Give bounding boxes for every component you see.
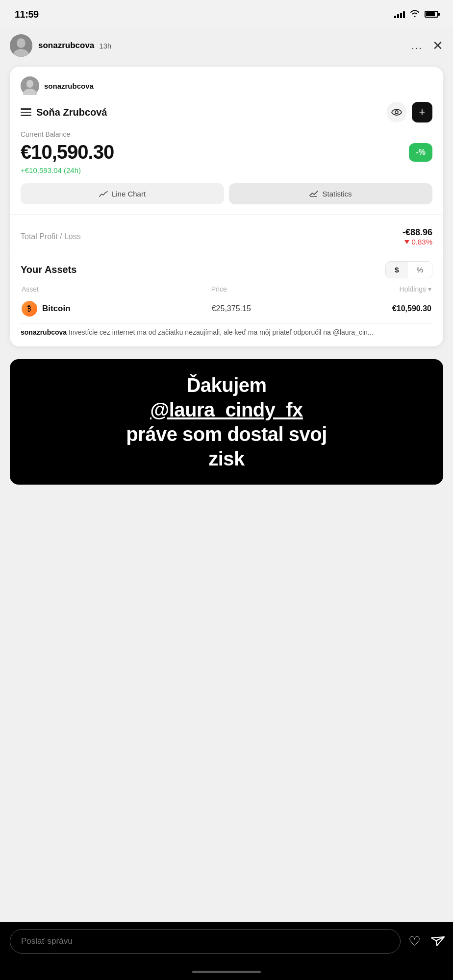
asset-row: ₿ Bitcoin €25,375.15 €10,590.30 — [21, 298, 432, 319]
send-button[interactable] — [427, 931, 446, 952]
down-arrow-icon — [404, 240, 409, 244]
asset-holdings: €10,590.30 — [392, 304, 431, 313]
statistics-button[interactable]: Statistics — [229, 183, 432, 204]
percent-toggle-button[interactable]: -% — [409, 143, 432, 162]
col-price-label: Price — [211, 285, 227, 293]
battery-icon — [425, 11, 438, 18]
profile-name-row: Soňa Zrubcová — [21, 107, 107, 118]
profit-amount: -€88.96 — [403, 227, 432, 238]
balance-label: Current Balance — [21, 130, 432, 138]
svg-point-6 — [395, 111, 398, 114]
status-time: 11:59 — [15, 9, 39, 20]
eye-button[interactable] — [386, 102, 407, 122]
story-avatar-image — [10, 34, 32, 57]
divider1 — [10, 214, 443, 215]
col-holdings-label: Holdings ▾ — [400, 285, 431, 293]
bottom-icons: ♡ — [408, 933, 443, 950]
wifi-icon — [410, 9, 420, 19]
home-indicator — [0, 963, 453, 980]
profile-row: Soňa Zrubcová + — [21, 102, 432, 122]
home-bar — [192, 971, 261, 973]
card-avatar — [21, 76, 39, 95]
card-header: sonazrubcova — [21, 76, 432, 95]
overlay-mention[interactable]: @laura_cindy_fx — [150, 399, 303, 420]
profile-icons: + — [386, 102, 432, 122]
story-avatar — [10, 34, 32, 57]
story-username: sonazrubcova — [38, 41, 94, 50]
overlay-text: Ďakujem @laura_cindy_fx práve som dostal… — [25, 373, 428, 471]
add-button[interactable]: + — [412, 102, 432, 122]
profit-row: Total Profit / Loss -€88.96 0.83% — [21, 222, 432, 254]
asset-table-header: Asset Price Holdings ▾ — [21, 285, 432, 293]
assets-header: Your Assets $ % — [21, 261, 432, 278]
asset-price: €25,375.15 — [212, 304, 251, 313]
story-user-info: sonazrubcova 13h — [38, 41, 405, 50]
like-button[interactable]: ♡ — [408, 933, 421, 950]
divider2 — [10, 254, 443, 254]
asset-left: ₿ Bitcoin — [22, 301, 71, 317]
story-header: sonazrubcova 13h ... ✕ — [0, 26, 453, 63]
story-actions: ... ✕ — [411, 39, 443, 52]
caption-username: sonazrubcova — [21, 328, 67, 336]
balance-amount: €10,590.30 — [21, 141, 114, 163]
svg-point-4 — [26, 80, 33, 88]
portfolio-card: sonazrubcova Soňa Zrubcová + C — [10, 67, 443, 346]
bitcoin-icon: ₿ — [22, 301, 37, 317]
status-icons — [394, 9, 438, 19]
story-area: sonazrubcova 13h ... ✕ sonazrubcova — [0, 26, 453, 922]
balance-change: +€10,593.04 (24h) — [21, 166, 432, 174]
svg-point-1 — [17, 38, 25, 48]
signal-bars-icon — [394, 10, 405, 18]
profit-values: -€88.96 0.83% — [403, 227, 432, 246]
message-input[interactable] — [10, 929, 401, 954]
caption-text: sonazrubcova Investície cez internet ma … — [21, 323, 432, 338]
dollar-toggle-button[interactable]: $ — [386, 262, 407, 278]
more-options-button[interactable]: ... — [411, 40, 423, 51]
profit-label: Total Profit / Loss — [21, 232, 81, 241]
chart-buttons: Line Chart Statistics — [21, 183, 432, 204]
line-chart-button[interactable]: Line Chart — [21, 183, 224, 204]
bottom-bar: ♡ — [0, 922, 453, 963]
hamburger-menu-icon[interactable] — [21, 108, 31, 116]
sort-icon: ▾ — [428, 285, 431, 293]
profile-name: Soňa Zrubcová — [36, 107, 107, 118]
balance-row: €10,590.30 -% — [21, 141, 432, 163]
story-time: 13h — [99, 42, 111, 50]
asset-name: Bitcoin — [42, 304, 71, 314]
col-asset-label: Asset — [22, 285, 39, 293]
assets-title: Your Assets — [21, 264, 76, 275]
percent-toggle-button[interactable]: % — [408, 262, 432, 278]
text-overlay: Ďakujem @laura_cindy_fx práve som dostal… — [10, 359, 443, 485]
status-bar: 11:59 — [0, 0, 453, 26]
card-username: sonazrubcova — [44, 82, 94, 90]
close-button[interactable]: ✕ — [432, 39, 443, 52]
toggle-buttons: $ % — [385, 261, 432, 278]
profit-percent: 0.83% — [403, 238, 432, 246]
